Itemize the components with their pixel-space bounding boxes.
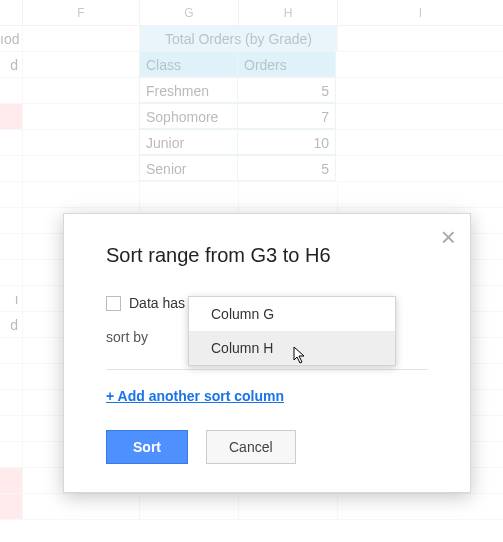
dropdown-option-column-g[interactable]: Column G bbox=[189, 297, 395, 331]
sheet-row: Total Orders (by Grade) bbox=[0, 26, 503, 52]
col-head-i[interactable]: I bbox=[338, 0, 503, 25]
add-sort-column-link[interactable]: + Add another sort column bbox=[106, 388, 284, 404]
table-row: Junior 10 bbox=[0, 130, 503, 156]
stage: F G H I Total Orders (by Grade) Class Or… bbox=[0, 0, 503, 542]
cell-orders[interactable]: 7 bbox=[237, 103, 336, 129]
col-head-e[interactable] bbox=[0, 0, 23, 25]
header-class[interactable]: Class bbox=[139, 51, 238, 77]
data-has-label: Data has bbox=[129, 295, 185, 311]
data-has-header-checkbox[interactable] bbox=[106, 296, 121, 311]
cell[interactable]: d bbox=[0, 52, 23, 78]
cell-orders[interactable]: 5 bbox=[237, 155, 336, 181]
sheet-row: Class Orders bbox=[0, 52, 503, 78]
cell[interactable] bbox=[336, 104, 501, 129]
cell-class[interactable]: Sophomore bbox=[139, 103, 238, 129]
cell[interactable]: ι bbox=[0, 286, 23, 312]
cell[interactable] bbox=[23, 26, 140, 51]
table-row: Senior 5 bbox=[0, 156, 503, 182]
cell[interactable] bbox=[336, 130, 501, 155]
column-dropdown[interactable]: Column G Column H bbox=[188, 296, 396, 366]
col-head-f[interactable]: F bbox=[23, 0, 140, 25]
cell[interactable]: ıod bbox=[0, 26, 23, 52]
cell[interactable] bbox=[23, 156, 140, 181]
table-row: Sophomore 7 bbox=[0, 104, 503, 130]
cell[interactable] bbox=[23, 52, 140, 77]
cell[interactable] bbox=[336, 156, 501, 181]
cell[interactable] bbox=[336, 78, 501, 103]
cell[interactable] bbox=[23, 130, 140, 155]
dialog-buttons: Sort Cancel bbox=[106, 430, 428, 464]
table-title-cell[interactable]: Total Orders (by Grade) bbox=[140, 26, 338, 51]
col-head-h[interactable]: H bbox=[239, 0, 338, 25]
cell[interactable] bbox=[23, 104, 140, 129]
left-col-fragments: ıod d ι d bbox=[0, 26, 23, 520]
sort-by-label: sort by bbox=[106, 329, 166, 345]
cell-class[interactable]: Junior bbox=[139, 129, 238, 155]
sort-button[interactable]: Sort bbox=[106, 430, 188, 464]
cell-class[interactable]: Freshmen bbox=[139, 77, 238, 103]
column-header-row: F G H I bbox=[0, 0, 503, 26]
divider bbox=[106, 369, 428, 370]
cell[interactable]: d bbox=[0, 312, 23, 338]
cell-orders[interactable]: 5 bbox=[237, 77, 336, 103]
header-orders[interactable]: Orders bbox=[237, 51, 336, 77]
col-head-g[interactable]: G bbox=[140, 0, 239, 25]
cell-orders[interactable]: 10 bbox=[237, 129, 336, 155]
cell[interactable] bbox=[23, 78, 140, 103]
cell[interactable] bbox=[336, 52, 501, 77]
dropdown-option-column-h[interactable]: Column H bbox=[189, 331, 395, 365]
dialog-title: Sort range from G3 to H6 bbox=[106, 244, 428, 267]
cell-class[interactable]: Senior bbox=[139, 155, 238, 181]
table-row: Freshmen 5 bbox=[0, 78, 503, 104]
cancel-button[interactable]: Cancel bbox=[206, 430, 296, 464]
cell[interactable] bbox=[338, 26, 503, 51]
close-icon[interactable]: × bbox=[441, 224, 456, 250]
